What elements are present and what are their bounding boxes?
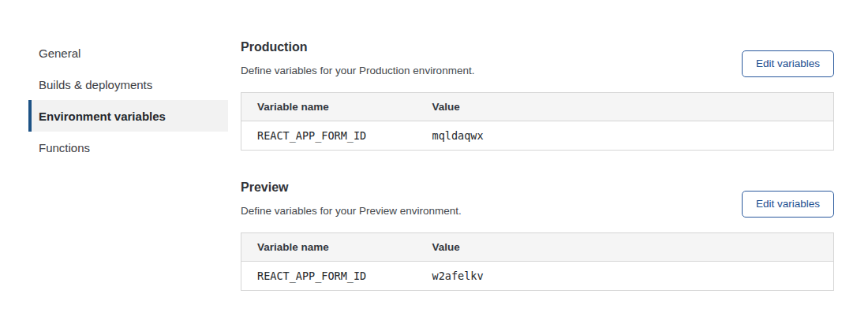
section-description-production: Define variables for your Production env… — [241, 65, 474, 77]
sidebar-item-environment-variables[interactable]: Environment variables — [28, 100, 228, 132]
column-header-value: Value — [417, 93, 834, 121]
edit-variables-button-preview[interactable]: Edit variables — [742, 191, 834, 218]
table-row: REACT_APP_FORM_ID w2afelkv — [241, 262, 834, 291]
section-description-preview: Define variables for your Preview enviro… — [241, 205, 462, 218]
value-cell: w2afelkv — [417, 262, 834, 291]
sidebar-item-general[interactable]: General — [28, 37, 228, 69]
section-title-production: Production — [241, 39, 474, 54]
table-header-row: Variable name Value — [241, 93, 834, 121]
table-header-row: Variable name Value — [241, 233, 834, 262]
preview-section-header: Preview Define variables for your Previe… — [241, 180, 834, 218]
sidebar-item-builds-deployments[interactable]: Builds & deployments — [28, 69, 228, 100]
production-section-header: Production Define variables for your Pro… — [241, 39, 834, 77]
preview-variables-table: Variable name Value REACT_APP_FORM_ID w2… — [241, 232, 834, 291]
environment-variables-panel: Production Define variables for your Pro… — [241, 39, 834, 291]
variable-name-cell: REACT_APP_FORM_ID — [241, 121, 417, 151]
variable-name-cell: REACT_APP_FORM_ID — [241, 262, 417, 291]
preview-section: Preview Define variables for your Previe… — [241, 180, 834, 291]
settings-sidebar: General Builds & deployments Environment… — [28, 37, 228, 163]
value-cell: mqldaqwx — [417, 121, 834, 151]
edit-variables-button-production[interactable]: Edit variables — [742, 50, 834, 77]
column-header-variable-name: Variable name — [241, 93, 417, 121]
production-section: Production Define variables for your Pro… — [241, 39, 834, 151]
column-header-variable-name: Variable name — [241, 233, 417, 262]
column-header-value: Value — [417, 233, 834, 262]
preview-section-text: Preview Define variables for your Previe… — [241, 180, 462, 218]
table-row: REACT_APP_FORM_ID mqldaqwx — [241, 121, 834, 151]
production-variables-table: Variable name Value REACT_APP_FORM_ID mq… — [241, 92, 834, 151]
section-title-preview: Preview — [241, 180, 462, 195]
production-section-text: Production Define variables for your Pro… — [241, 39, 474, 77]
sidebar-item-functions[interactable]: Functions — [28, 132, 228, 163]
